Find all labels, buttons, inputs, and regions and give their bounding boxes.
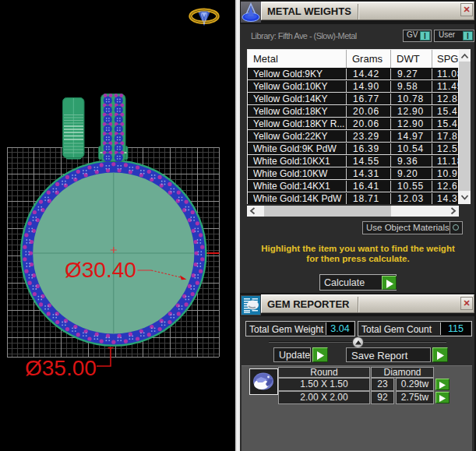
svg-text:Ø30.40: Ø30.40 bbox=[65, 258, 136, 282]
svg-text:Ø35.00: Ø35.00 bbox=[25, 356, 97, 380]
